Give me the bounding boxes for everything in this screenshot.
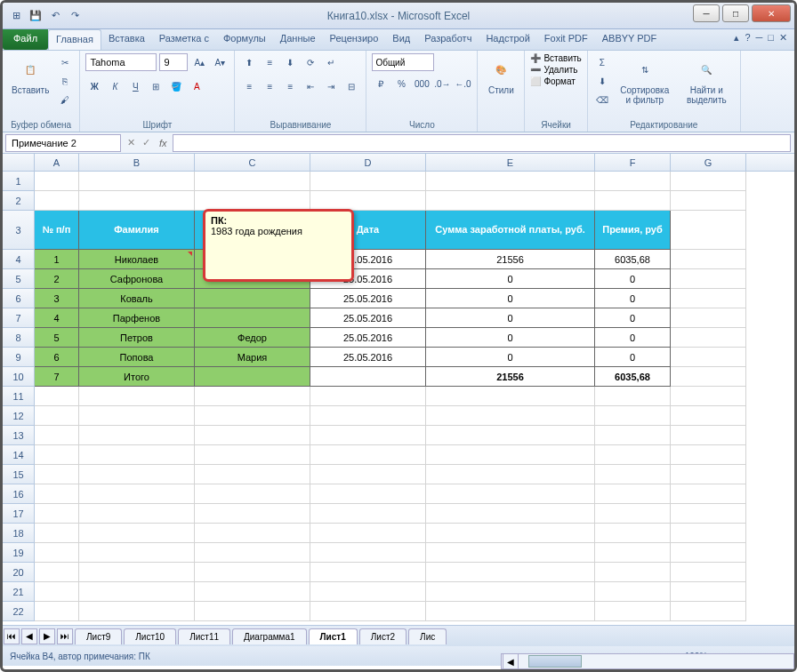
sheet-tab[interactable]: Лис	[408, 628, 447, 644]
cell-surname[interactable]: Итого	[79, 367, 195, 387]
tab-formulas[interactable]: Формулы	[216, 29, 273, 50]
minimize-button[interactable]: ─	[693, 4, 720, 22]
increase-indent-icon[interactable]: ⇥	[322, 77, 340, 95]
fill-icon[interactable]: ⬇	[593, 72, 611, 90]
underline-button[interactable]: Ч	[126, 77, 144, 95]
increase-decimal-icon[interactable]: .0→	[433, 75, 451, 92]
horizontal-scrollbar[interactable]: ◀	[501, 653, 794, 669]
tab-home[interactable]: Главная	[48, 29, 101, 50]
row-header[interactable]: 7	[3, 308, 35, 328]
comma-icon[interactable]: 000	[413, 75, 431, 92]
cell-surname[interactable]: Сафронова	[79, 269, 195, 289]
merge-icon[interactable]: ⊟	[342, 77, 360, 95]
tab-review[interactable]: Рецензиро	[323, 29, 386, 50]
align-left-icon[interactable]: ≡	[240, 77, 258, 95]
orientation-icon[interactable]: ⟳	[302, 53, 319, 71]
tab-nav-last-icon[interactable]: ⏭	[57, 628, 73, 644]
autosum-icon[interactable]: Σ	[593, 53, 611, 71]
delete-cells-button[interactable]: ➖Удалить	[530, 65, 577, 75]
row-header[interactable]: 8	[3, 328, 35, 348]
sheet-tab[interactable]: Лист2	[359, 628, 407, 644]
row-header[interactable]: 6	[3, 289, 35, 308]
cell-num[interactable]: 5	[35, 328, 79, 348]
col-header-d[interactable]: D	[310, 154, 426, 171]
cancel-icon[interactable]: ✕	[124, 137, 139, 148]
currency-icon[interactable]: ₽	[372, 75, 390, 92]
row-header[interactable]: 17	[3, 504, 35, 524]
cell-num[interactable]: 2	[35, 269, 79, 289]
row-header[interactable]: 10	[3, 367, 35, 387]
cell-bonus[interactable]: 6035,68	[595, 250, 671, 269]
win-restore-icon[interactable]: □	[768, 32, 774, 44]
fill-color-icon[interactable]: 🪣	[167, 77, 185, 95]
cell-firstname[interactable]	[195, 308, 310, 328]
cell-num[interactable]: 3	[35, 289, 79, 308]
col-header-b[interactable]: B	[79, 154, 195, 171]
tab-addins[interactable]: Надстрой	[479, 29, 536, 50]
tab-abbyy[interactable]: ABBYY PDF	[595, 29, 664, 50]
cell-num[interactable]: 1	[35, 250, 79, 269]
cell-salary[interactable]: 0	[426, 269, 595, 289]
fx-icon[interactable]: fx	[154, 138, 173, 148]
help-icon[interactable]: ?	[745, 32, 750, 44]
cell-bonus[interactable]: 6035,68	[595, 367, 671, 387]
scroll-left-icon[interactable]: ◀	[503, 653, 519, 669]
tab-nav-next-icon[interactable]: ▶	[39, 628, 55, 644]
row-header[interactable]: 12	[3, 406, 35, 426]
number-format-select[interactable]	[372, 53, 434, 71]
header-bonus[interactable]: Премия, руб	[595, 211, 671, 250]
cell-bonus[interactable]: 0	[595, 269, 671, 289]
sheet-tab-active[interactable]: Лист1	[309, 628, 358, 644]
excel-icon[interactable]: ⊞	[8, 8, 24, 24]
cell-surname[interactable]: Николаев	[79, 250, 195, 269]
row-header[interactable]: 22	[3, 602, 35, 621]
row-header[interactable]: 4	[3, 250, 35, 269]
cell-comment[interactable]: ПК: 1983 года рождения	[203, 209, 354, 282]
close-button[interactable]: ✕	[752, 4, 791, 22]
cell-salary[interactable]: 0	[426, 308, 595, 328]
scroll-thumb[interactable]	[528, 655, 582, 668]
tab-developer[interactable]: Разработч	[417, 29, 479, 50]
row-header[interactable]: 18	[3, 524, 35, 543]
col-header-g[interactable]: G	[671, 154, 746, 171]
name-box[interactable]: Примечание 2	[5, 134, 121, 152]
tab-nav-prev-icon[interactable]: ◀	[21, 628, 37, 644]
decrease-font-icon[interactable]: A▾	[211, 53, 229, 71]
find-select-button[interactable]: 🔍 Найти и выделить	[679, 53, 735, 107]
col-header-c[interactable]: C	[195, 154, 310, 171]
header-surname[interactable]: Фамилия	[79, 211, 195, 250]
border-icon[interactable]: ⊞	[147, 77, 165, 95]
col-header-f[interactable]: F	[595, 154, 671, 171]
row-header[interactable]: 11	[3, 387, 35, 406]
wrap-text-icon[interactable]: ↵	[322, 53, 340, 71]
decrease-indent-icon[interactable]: ⇤	[302, 77, 319, 95]
save-icon[interactable]: 💾	[28, 8, 44, 24]
align-middle-icon[interactable]: ≡	[261, 53, 278, 71]
tab-layout[interactable]: Разметка с	[152, 29, 216, 50]
col-header-e[interactable]: E	[426, 154, 595, 171]
sort-filter-button[interactable]: ⇅ Сортировка и фильтр	[615, 53, 675, 107]
formula-input[interactable]	[173, 134, 791, 152]
undo-icon[interactable]: ↶	[47, 8, 63, 24]
cell-bonus[interactable]: 0	[595, 328, 671, 348]
bold-button[interactable]: Ж	[85, 77, 103, 95]
header-salary[interactable]: Сумма заработной платы, руб.	[426, 211, 595, 250]
win-min-icon[interactable]: ─	[756, 32, 763, 44]
cell-salary[interactable]: 0	[426, 328, 595, 348]
redo-icon[interactable]: ↷	[67, 8, 83, 24]
cell-firstname[interactable]: Мария	[195, 348, 310, 367]
row-header[interactable]: 16	[3, 484, 35, 504]
cell-salary[interactable]: 21556	[426, 367, 595, 387]
cell-salary[interactable]: 0	[426, 289, 595, 308]
cell-salary[interactable]: 21556	[426, 250, 595, 269]
row-header[interactable]: 20	[3, 563, 35, 582]
format-painter-icon[interactable]: 🖌	[56, 91, 74, 108]
row-header[interactable]: 13	[3, 426, 35, 445]
cell-num[interactable]: 7	[35, 367, 79, 387]
cell-salary[interactable]: 0	[426, 348, 595, 367]
cell-surname[interactable]: Коваль	[79, 289, 195, 308]
enter-icon[interactable]: ✓	[139, 137, 154, 148]
align-right-icon[interactable]: ≡	[281, 77, 299, 95]
row-header[interactable]: 2	[3, 191, 35, 211]
cell-date[interactable]: 25.05.2016	[310, 328, 426, 348]
